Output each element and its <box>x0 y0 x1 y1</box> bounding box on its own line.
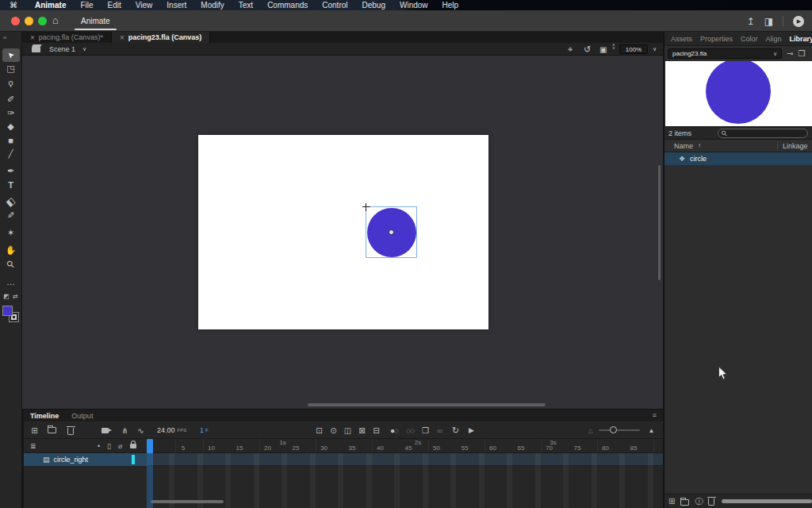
new-layer-icon[interactable]: ⊞ <box>29 421 40 439</box>
zoom-level-input[interactable]: 100% <box>619 44 648 54</box>
zoom-tool[interactable]: ⚲ <box>2 257 20 271</box>
new-folder-icon[interactable] <box>680 495 689 508</box>
center-stage-icon[interactable]: ⌖ <box>568 43 573 56</box>
menu-item[interactable]: Debug <box>362 1 385 10</box>
new-folder-icon[interactable] <box>46 421 57 439</box>
menu-item[interactable]: Modify <box>201 1 224 10</box>
lock-all-layers-icon[interactable] <box>130 439 136 453</box>
library-horizontal-scrollbar[interactable] <box>722 499 812 503</box>
panel-tab[interactable]: Assets <box>671 35 692 43</box>
clip-content-icon[interactable]: ▣ <box>599 43 607 56</box>
layer-outline-color-swatch[interactable] <box>132 455 135 464</box>
column-name[interactable]: Name <box>674 142 693 150</box>
asset-warp-tool[interactable]: ✶ <box>2 226 20 240</box>
panel-tab[interactable]: Library <box>790 35 812 43</box>
default-colors-icon[interactable]: ◩ <box>3 293 10 300</box>
item-properties-icon[interactable]: ⓘ <box>695 496 703 507</box>
column-linkage[interactable]: Linkage <box>783 142 808 150</box>
canvas-horizontal-scrollbar[interactable] <box>308 403 546 406</box>
eyedropper-tool[interactable]: ✎ <box>2 209 20 222</box>
panel-tab[interactable]: Properties <box>700 35 733 43</box>
apple-menu-icon[interactable]: ⌘ <box>10 1 17 10</box>
collapse-panel-icon[interactable]: « <box>0 32 21 43</box>
workspace-icon[interactable]: ◨ <box>764 16 773 27</box>
timeline-ruler[interactable]: 1s2s3s 510152025303540455055606570758085 <box>147 439 663 453</box>
insert-keyframe-icon[interactable]: ⊡ <box>313 421 324 439</box>
frame-size-slider[interactable] <box>599 429 640 431</box>
menu-item[interactable]: View <box>136 1 153 10</box>
layers-icon[interactable]: ≣ <box>30 439 36 453</box>
new-library-panel-icon[interactable]: ❐ <box>798 49 805 58</box>
menu-item[interactable]: Edit <box>108 1 121 10</box>
loop-icon[interactable]: ↻ <box>450 421 461 439</box>
insert-frame-icon[interactable]: ◫ <box>342 421 353 439</box>
line-tool[interactable]: ╱ <box>2 147 20 160</box>
panel-menu-icon[interactable]: ≡ <box>653 411 657 419</box>
stage[interactable] <box>198 135 488 329</box>
advanced-ease-icon[interactable]: ∿ <box>135 421 146 439</box>
layer-name[interactable]: circle_right <box>54 456 89 464</box>
rotate-canvas-icon[interactable]: ↺ <box>584 43 591 56</box>
free-transform-tool[interactable]: ◳ <box>2 62 20 75</box>
timeline-panel-tab[interactable]: Output <box>71 412 93 420</box>
hand-tool[interactable]: ✋ <box>2 244 20 257</box>
panel-tab[interactable]: Color <box>741 35 758 43</box>
panel-menu-icon[interactable]: ≡ <box>804 35 808 43</box>
more-tools[interactable]: … <box>2 275 20 288</box>
frame-size-large-icon[interactable]: ▲ <box>646 421 656 439</box>
outline-column-icon[interactable]: ▯ <box>107 439 111 453</box>
zoom-stepper[interactable]: ∧ ∨ <box>612 43 615 56</box>
column-divider[interactable] <box>777 141 778 151</box>
menu-item[interactable]: Animate <box>35 1 66 10</box>
menu-item[interactable]: File <box>80 1 93 10</box>
window-minimize-button[interactable] <box>25 17 33 25</box>
current-frame-indicator[interactable]: 1 F <box>200 421 209 439</box>
library-search-input[interactable]: ⚲ <box>718 129 808 138</box>
menu-item[interactable]: Window <box>400 1 428 10</box>
menu-item[interactable]: Commands <box>267 1 308 10</box>
eraser-tool[interactable]: ◆ <box>2 120 20 133</box>
auto-keyframe-icon[interactable]: ⊠ <box>356 421 367 439</box>
document-tab[interactable]: × pacing.fla (Canvas)* <box>22 32 112 43</box>
new-symbol-icon[interactable]: ⊞ <box>668 497 675 506</box>
edit-multiple-frames-icon[interactable]: ❐ <box>419 421 431 439</box>
menu-item[interactable]: Insert <box>167 1 186 10</box>
menu-item[interactable]: Control <box>322 1 347 10</box>
menu-item[interactable]: Text <box>239 1 253 10</box>
slider-knob[interactable] <box>610 426 617 433</box>
playhead[interactable] <box>147 439 153 453</box>
swap-colors-icon[interactable]: ⇄ <box>13 293 18 300</box>
onion-skin-icon[interactable]: ●◌ <box>388 421 400 439</box>
remove-frame-icon[interactable]: ⊟ <box>370 421 381 439</box>
fluid-brush-tool[interactable]: ✐ <box>2 93 20 106</box>
hide-all-layers-icon[interactable]: ⌀ <box>118 439 122 453</box>
rectangle-tool[interactable]: ■ <box>2 133 20 147</box>
layer-parenting-icon[interactable]: ⋔ <box>119 421 130 439</box>
window-close-button[interactable] <box>11 17 20 25</box>
close-tab-icon[interactable]: × <box>120 33 124 42</box>
camera-icon[interactable] <box>98 421 111 439</box>
panel-tab[interactable]: Align <box>766 35 782 43</box>
share-icon[interactable]: ↥ <box>747 16 755 27</box>
pin-library-icon[interactable]: ⊸ <box>787 49 793 58</box>
frames-grid[interactable] <box>147 453 663 508</box>
pen-tool[interactable]: ✒ <box>2 164 20 178</box>
insert-blank-keyframe-icon[interactable]: ⊙ <box>327 421 339 439</box>
circle[interactable]: ❖ circle <box>665 152 812 165</box>
canvas-vertical-scrollbar[interactable] <box>658 165 661 280</box>
zoom-dropdown-chevron-icon[interactable]: ∨ <box>653 43 657 56</box>
library-document-select[interactable]: pacing23.fla ∨ <box>668 48 782 59</box>
onion-skin-outlines-icon[interactable]: ◌◌ <box>404 421 416 439</box>
window-zoom-button[interactable] <box>38 17 47 25</box>
selection-tool[interactable]: ➤ <box>2 48 20 62</box>
delete-item-icon[interactable] <box>708 495 714 508</box>
chevron-down-icon[interactable]: ∨ <box>82 43 86 56</box>
home-icon[interactable]: ⌂ <box>52 14 59 26</box>
fill-color-swatch[interactable] <box>2 306 13 316</box>
highlight-column-icon[interactable]: • <box>98 439 100 453</box>
frame-size-small-icon[interactable]: △ <box>585 421 595 439</box>
lasso-tool[interactable]: ϙ <box>2 75 20 89</box>
delete-layer-icon[interactable] <box>65 421 76 439</box>
document-tab[interactable]: × pacing23.fla (Canvas) <box>112 32 210 43</box>
play-icon[interactable]: ▶ <box>465 421 477 439</box>
